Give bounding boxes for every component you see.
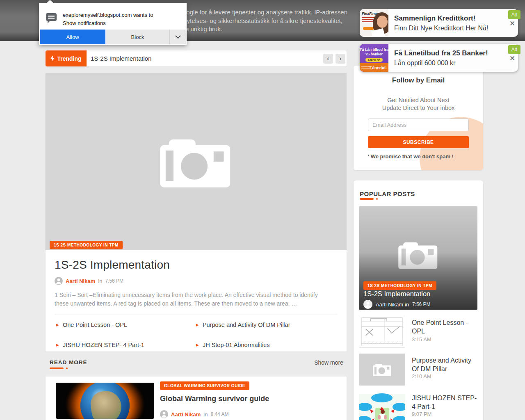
related-link-label: One Point Lesson - OPL: [63, 322, 127, 328]
post-time: 7:56 PM: [105, 278, 123, 284]
allow-button[interactable]: Allow: [40, 30, 105, 44]
dialog-more-options-button[interactable]: [169, 30, 186, 44]
ad-decor-line: [362, 21, 374, 22]
subscribe-button[interactable]: SUBSCRIBE: [368, 136, 469, 148]
person-icon: [160, 410, 168, 418]
email-input[interactable]: [368, 119, 469, 131]
popular-featured-post[interactable]: 1S 2S METHODOLOGY IN TPM 1S-2S Implement…: [359, 206, 477, 310]
author-avatar: [160, 410, 168, 418]
ad-woman-face: [377, 16, 388, 28]
heading-dot: [376, 198, 378, 200]
show-more-button[interactable]: Show more: [313, 359, 343, 366]
popular-item-title: JISHU HOZEN STEP- 4 Part-1: [412, 394, 477, 411]
popular-post-item[interactable]: JISHU HOZEN STEP- 4 Part-1 9:07 PM: [359, 391, 477, 420]
lightning-icon: [50, 55, 55, 62]
ad-image-cta: SJEKK NÅ: [365, 58, 383, 62]
popular-post-item[interactable]: One Point Lesson - OPL 3:15 AM: [359, 316, 477, 348]
ad2-title: Få Lånetilbud fra 25 Banker!: [394, 49, 488, 57]
heading-underline: [360, 198, 374, 200]
hero-excerpt: 1 Seiri – Sort –Eliminating unnecessary …: [55, 291, 329, 308]
ad2-subtitle: Lån opptil 600 000 kr: [394, 59, 455, 67]
related-link-label: JISHU HOZEN STEP- 4 Part-1: [63, 342, 144, 348]
popular-item-title: Purpose and Activity Of DM Pillar: [412, 356, 477, 373]
ad-banner-laanetilbud[interactable]: Få Lån tilbud fra 25 banker SJEKK NÅ Lån…: [360, 44, 518, 72]
related-link-jh-step01[interactable]: ▶ JH Step-01 Abnormalities: [196, 342, 336, 348]
related-link-dm-pillar[interactable]: ▶ Purpose and Activity Of DM Pillar: [196, 322, 336, 328]
related-link-jishu-hozen[interactable]: ▶ JISHU HOZEN STEP- 4 Part-1: [56, 342, 196, 348]
trending-next-button[interactable]: ›: [336, 54, 345, 64]
notification-permission-dialog: exeploremyself.blogspot.com wants to Sho…: [39, 3, 187, 45]
hero-post-title[interactable]: 1S-2S Implementation: [55, 258, 338, 272]
popular-item-time: 9:07 PM: [412, 411, 431, 417]
ad-image-flexfinans: FlexFinans: [360, 9, 388, 37]
author-link[interactable]: Aarti Nikam: [171, 411, 201, 418]
image-placeholder-thumbnail: [359, 354, 405, 386]
trending-bar: Trending 1S-2S Implementation ‹ ›: [46, 50, 347, 66]
ad1-subtitle: Finn Ditt Nye Kredittkort Her Nå!: [394, 25, 488, 32]
popular-item-time: 2:10 AM: [412, 373, 431, 379]
ad-decor-line: [362, 19, 373, 20]
in-label: in: [203, 411, 208, 418]
popular-posts-widget: POPULAR POSTS 1S 2S METHODOLOGY IN TPM 1…: [354, 180, 483, 420]
dialog-request-text: Show notifications: [63, 20, 106, 26]
feed-byline: Aarti Nikam in 8:44 AM: [160, 410, 228, 418]
post-time: 8:44 AM: [210, 411, 228, 417]
featured-time: 7:56 PM: [412, 301, 431, 307]
related-link-label: JH Step-01 Abnormalities: [203, 342, 270, 348]
cookie-notice-line-2: d ytelses- og sikkerhetsstatistikk for å…: [182, 17, 342, 24]
related-link-opl[interactable]: ▶ One Point Lesson - OPL: [56, 322, 196, 328]
person-icon: [55, 277, 63, 285]
camera-icon: [373, 362, 392, 377]
author-avatar: [363, 300, 372, 309]
feed-category-tag[interactable]: GLOBAL WARMING SURVIVOR GUIDE: [160, 381, 249, 390]
hero-post-body: 1S-2S Implementation Aarti Nikam in 7:56…: [46, 250, 347, 348]
dialog-pointer: [46, 0, 54, 3]
dialog-button-row: Allow Block: [40, 30, 186, 44]
heading-dot: [66, 368, 68, 369]
ad-image-laanerad: Få Lån tilbud fra 25 banker SJEKK NÅ Lån…: [360, 44, 388, 72]
ad-image-title: Få Lån tilbud fra 25 banker: [360, 48, 388, 57]
author-avatar: [55, 277, 63, 285]
popular-posts-heading: POPULAR POSTS: [360, 190, 415, 197]
opl-form-thumbnail: [359, 316, 405, 348]
feed-post-title[interactable]: Global Warming survivor guide: [160, 395, 269, 403]
ad-decor-line: [362, 17, 374, 18]
follow-by-email-widget: Follow by Email Get Notified About Next …: [354, 66, 483, 170]
featured-category-tag[interactable]: 1S 2S METHODOLOGY IN TPM: [363, 281, 436, 290]
trending-current-post[interactable]: 1S-2S Implementation: [91, 50, 151, 66]
ad-banner-kredittkort[interactable]: FlexFinans Sammenlign Kredittkort! Finn …: [360, 9, 518, 37]
triangle-bullet-icon: ▶: [56, 343, 59, 347]
no-spam-note: ' We promise that we don't spam !: [368, 153, 454, 160]
trending-prev-button[interactable]: ‹: [323, 54, 333, 64]
in-label: in: [98, 278, 102, 284]
camera-icon: [159, 133, 233, 190]
cookie-notice-line-3: re uriktig bruk.: [183, 25, 222, 32]
popular-item-time: 3:15 AM: [412, 336, 431, 342]
popular-post-item[interactable]: Purpose and Activity Of DM Pillar 2:10 A…: [359, 354, 477, 386]
featured-post-title: 1S-2S Implementation: [363, 290, 430, 298]
cookie-notice-line-1: oogle for å levere tjenester og analyser…: [183, 9, 347, 16]
author-link[interactable]: Aarti Nikam: [66, 278, 95, 284]
feed-post-image[interactable]: [56, 383, 154, 419]
hero-post-image-placeholder[interactable]: [46, 73, 347, 250]
related-link-label: Purpose and Activity Of DM Pillar: [203, 322, 290, 328]
ad2-close-icon[interactable]: ✕: [508, 54, 517, 63]
popular-item-title: One Point Lesson - OPL: [412, 318, 477, 336]
block-button[interactable]: Block: [106, 30, 169, 44]
read-more-heading: READ MORE: [50, 359, 87, 365]
follow-widget-title: Follow by Email: [354, 76, 483, 84]
jishu-diagram-thumbnail: [359, 391, 405, 420]
chevron-right-icon: ›: [339, 55, 341, 62]
trending-label: Trending: [57, 55, 81, 62]
featured-author: Aarti Nikam in: [376, 301, 409, 308]
hero-category-tag[interactable]: 1S 2S METHODOLOGY IN TPM: [50, 241, 123, 249]
page: oogle for å levere tjenester og analyser…: [0, 0, 525, 420]
trending-badge[interactable]: Trending: [46, 50, 87, 66]
ad1-close-icon[interactable]: ✕: [508, 19, 517, 28]
hero-byline: Aarti Nikam in 7:56 PM: [55, 277, 338, 285]
heading-underline: [50, 368, 64, 369]
chevron-down-icon: [175, 35, 181, 39]
ad-decor-line: [361, 68, 370, 69]
dialog-origin-text: exeploremyself.blogspot.com wants to: [63, 12, 153, 18]
ad-decor-button: [363, 27, 374, 30]
